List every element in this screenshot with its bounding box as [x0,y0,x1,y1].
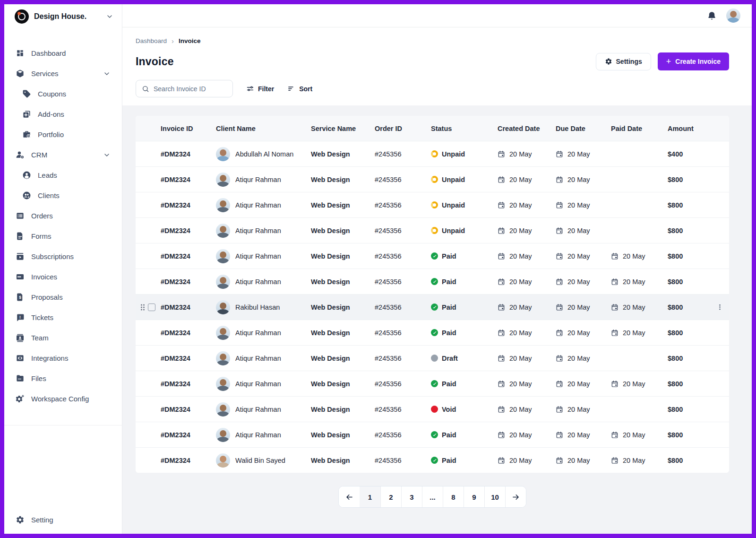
brand-logo [15,9,29,24]
page-button-2[interactable]: 2 [380,486,401,507]
client-cell: Atiqur Rahman [216,275,311,289]
table-row[interactable]: #DM2324 Abdullah Al Noman Web Design #24… [136,141,729,166]
calendar-icon [611,252,619,260]
calendar-icon [498,278,505,286]
sidebar-item-add-ons[interactable]: Add-ons [11,104,115,124]
sidebar-item-integrations[interactable]: Integrations [11,348,115,368]
table-row[interactable]: #DM2324 Walid Bin Sayed Web Design #2453… [136,447,729,473]
client-cell: Rakibul Hasan [216,300,311,314]
sidebar-item-proposals[interactable]: $ Proposals [11,287,115,307]
svg-text:!: ! [19,315,21,320]
page-button-8[interactable]: 8 [443,486,464,507]
invoice-id: #DM2324 [161,355,216,362]
due-date: 20 May [556,431,611,439]
filter-button[interactable]: Filter [246,85,274,93]
status-dot-icon [431,406,438,413]
create-invoice-label: Create Invoice [675,58,721,65]
due-date: 20 May [556,406,611,413]
notification-bell-icon[interactable] [707,11,717,21]
column-header: Client Name [216,125,311,132]
pagination: 123...8910 [338,486,526,508]
due-date: 20 May [556,304,611,311]
due-date: 20 May [556,278,611,286]
calendar-icon [498,380,505,388]
sidebar: Design House. Dashboard Services Coupons… [4,4,122,534]
sidebar-item-portfolio[interactable]: Portfolio [11,124,115,145]
prev-page-button[interactable] [339,486,360,507]
status-badge: Unpaid [431,176,498,183]
sidebar-item-services[interactable]: Services [11,63,115,84]
due-date: 20 May [556,150,611,158]
settings-button-label: Settings [616,58,642,65]
sidebar-item-label: Coupons [38,90,66,98]
page-button-3[interactable]: 3 [401,486,422,507]
invoice-id: #DM2324 [161,278,216,286]
page-actions: Settings + Create Invoice [596,52,729,70]
sidebar-item-setting[interactable]: Setting [16,515,111,524]
calendar-icon [611,304,619,311]
order-id: #245356 [375,380,431,388]
search-input[interactable] [154,85,227,93]
sidebar-item-forms[interactable]: Forms [11,226,115,246]
order-id: #245356 [375,201,431,209]
invoice-id: #DM2324 [161,406,216,413]
row-checkbox[interactable] [148,304,155,311]
amount: $800 [668,329,722,337]
table-row[interactable]: #DM2324 Atiqur Rahman Web Design #245356… [136,345,729,371]
drag-handle-icon[interactable] [140,304,146,311]
sidebar-item-files[interactable]: Files [11,368,115,389]
service-name: Web Design [311,176,375,183]
table-row[interactable]: #DM2324 Atiqur Rahman Web Design #245356… [136,243,729,269]
breadcrumb: Dashboard › Invoice [136,37,729,45]
paid-date: 20 May [611,329,668,337]
sidebar-item-clients[interactable]: Clients [11,185,115,206]
portfolio-icon [22,130,31,139]
order-id: #245356 [375,431,431,439]
sidebar-item-invoices[interactable]: Invoices [11,267,115,287]
status-label: Paid [442,252,456,260]
amount: $800 [668,380,722,388]
paid-date: 20 May [611,457,668,464]
created-date: 20 May [498,304,556,311]
created-date: 20 May [498,227,556,234]
table-row[interactable]: #DM2324 Atiqur Rahman Web Design #245356… [136,396,729,422]
row-menu-kebab-icon[interactable] [716,304,723,311]
sidebar-item-orders[interactable]: Orders [11,206,115,226]
created-date: 20 May [498,329,556,337]
table-row[interactable]: #DM2324 Atiqur Rahman Web Design #245356… [136,192,729,217]
sidebar-item-dashboard[interactable]: Dashboard [11,43,115,63]
client-avatar [216,173,230,187]
table-row[interactable]: #DM2324 Atiqur Rahman Web Design #245356… [136,269,729,294]
table-row[interactable]: #DM2324 Atiqur Rahman Web Design #245356… [136,320,729,345]
create-invoice-button[interactable]: + Create Invoice [658,52,729,70]
page-button-10[interactable]: 10 [484,486,505,507]
invoice-id: #DM2324 [161,150,216,158]
calendar-icon [611,329,619,337]
sidebar-item-team[interactable]: Team [11,328,115,348]
order-id: #245356 [375,329,431,337]
sidebar-item-coupons[interactable]: Coupons [11,84,115,104]
sidebar-item-workspace-config[interactable]: Workspace Config [11,389,115,409]
workspace-switcher[interactable]: Design House. [4,4,122,29]
breadcrumb-dashboard[interactable]: Dashboard [136,37,167,44]
sidebar-item-subscriptions[interactable]: Subscriptions [11,246,115,267]
page-button-1[interactable]: 1 [360,486,380,507]
status-label: Unpaid [442,176,465,183]
settings-button[interactable]: Settings [596,53,651,70]
breadcrumb-separator-icon: › [172,37,174,45]
table-row[interactable]: #DM2324 Atiqur Rahman Web Design #245356… [136,371,729,396]
table-row[interactable]: #DM2324 Rakibul Hasan Web Design #245356… [136,294,729,320]
sidebar-item-tickets[interactable]: ! Tickets [11,307,115,328]
page-button-9[interactable]: 9 [464,486,484,507]
sort-button[interactable]: Sort [287,85,312,93]
next-page-button[interactable] [505,486,526,507]
table-row[interactable]: #DM2324 Atiqur Rahman Web Design #245356… [136,422,729,447]
sidebar-item-crm[interactable]: CRM [11,145,115,165]
status-badge: Paid [431,380,498,388]
sidebar-item-leads[interactable]: Leads [11,165,115,185]
table-row[interactable]: #DM2324 Atiqur Rahman Web Design #245356… [136,217,729,243]
client-name: Atiqur Rahman [235,252,281,260]
page-ellipsis[interactable]: ... [422,486,443,507]
user-avatar[interactable] [726,9,740,23]
table-row[interactable]: #DM2324 Atiqur Rahman Web Design #245356… [136,166,729,192]
